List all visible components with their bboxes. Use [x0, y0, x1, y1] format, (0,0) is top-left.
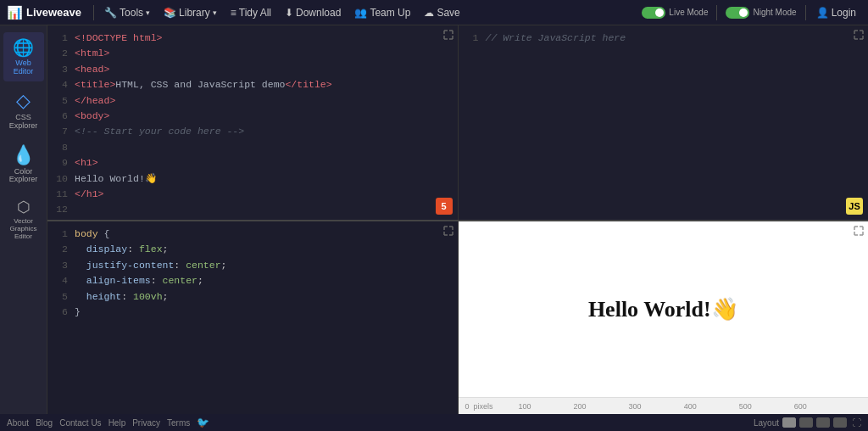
html-line-11: 11 </h1> — [47, 187, 458, 202]
contact-link[interactable]: Contact Us — [59, 418, 101, 428]
ruler-mark-0: 0 pixels — [465, 402, 493, 411]
twitter-icon: 🐦 — [197, 417, 209, 428]
html-line-8: 8 — [47, 140, 458, 155]
html-line-5: 5 </head> — [47, 93, 458, 109]
user-icon: 👤 — [816, 7, 829, 19]
logo: 📊 Liveweave — [7, 5, 81, 20]
sidebar: 🌐 WebEditor ◇ CSSExplorer 💧 ColorExplore… — [0, 25, 47, 414]
ruler-mark-300: 300 — [629, 402, 642, 411]
html-line-3: 3 <head> — [47, 62, 458, 77]
bottom-bar: About Blog Contact Us Help Privacy Terms… — [0, 414, 868, 431]
tools-menu[interactable]: 🔧 Tools ▾ — [99, 5, 155, 20]
html-line-4: 4 <title>HTML, CSS and JavaScript demo</… — [47, 77, 458, 92]
preview-expand-button[interactable] — [853, 225, 865, 239]
color-explorer-icon: 💧 — [12, 144, 35, 166]
live-mode-toggle-group: Live Mode — [642, 7, 708, 19]
preview-hello-text: Hello World!👋 — [588, 296, 738, 322]
layout-btn-4[interactable] — [833, 417, 847, 428]
html-line-13: 13 <!-- End your code here --> — [47, 218, 458, 220]
main-area: 🌐 WebEditor ◇ CSSExplorer 💧 ColorExplore… — [0, 25, 868, 414]
save-button[interactable]: ☁ Save — [419, 5, 465, 20]
fullscreen-icon[interactable]: ⛶ — [852, 417, 861, 428]
blog-link[interactable]: Blog — [36, 418, 53, 428]
nav-divider-3 — [805, 5, 806, 20]
chevron-down-icon: ▾ — [146, 8, 150, 17]
css-line-4: 4 align-items: center; — [47, 273, 458, 288]
download-button[interactable]: ⬇ Download — [280, 5, 346, 20]
about-link[interactable]: About — [7, 418, 29, 428]
ruler-mark-600: 600 — [794, 402, 807, 411]
save-icon: ☁ — [424, 7, 434, 19]
sidebar-item-web-editor[interactable]: 🌐 WebEditor — [3, 32, 44, 81]
html-line-10: 10 Hello World!👋 — [47, 171, 458, 187]
html-line-9: 9 <h1> — [47, 155, 458, 171]
html-editor-panel: 1 <!DOCTYPE html> 2 <html> 3 <head> 4 <t… — [47, 25, 459, 220]
tidy-all-button[interactable]: ≡ Tidy All — [225, 5, 276, 20]
layout-controls: Layout ⛶ — [754, 417, 861, 428]
html-badge: 5 — [436, 198, 453, 215]
team-icon: 👥 — [354, 7, 367, 19]
js-badge: JS — [846, 198, 863, 215]
night-mode-knob — [739, 8, 748, 17]
layout-label: Layout — [754, 418, 779, 428]
help-link[interactable]: Help — [108, 418, 126, 428]
live-mode-switch[interactable] — [642, 7, 665, 19]
live-mode-knob — [655, 8, 664, 17]
css-line-6: 6 } — [47, 305, 458, 320]
chevron-down-icon-2: ▾ — [213, 8, 217, 17]
top-navigation: 📊 Liveweave 🔧 Tools ▾ 📚 Library ▾ ≡ Tidy… — [0, 0, 868, 25]
js-line-1: 1 // Write JavaScript here — [459, 31, 869, 46]
night-mode-switch[interactable] — [726, 7, 749, 19]
sidebar-item-vector-graphics[interactable]: ⬡ VectorGraphicsEditor — [3, 193, 44, 245]
ruler-mark-100: 100 — [519, 402, 531, 411]
html-line-7: 7 <!-- Start your code here --> — [47, 124, 458, 139]
css-line-5: 5 height: 100vh; — [47, 289, 458, 305]
preview-content: Hello World!👋 — [459, 221, 869, 397]
night-mode-toggle-group: Night Mode — [726, 7, 796, 19]
terms-link[interactable]: Terms — [167, 418, 190, 428]
web-editor-icon: 🌐 — [13, 37, 34, 58]
team-up-button[interactable]: 👥 Team Up — [349, 5, 415, 20]
html-line-12: 12 — [47, 202, 458, 217]
nav-divider-1 — [93, 5, 94, 20]
html-line-1: 1 <!DOCTYPE html> — [47, 31, 458, 46]
preview-panel: Hello World!👋 0 pixels 100 200 300 400 5… — [459, 221, 869, 414]
css-expand-button[interactable] — [442, 225, 454, 239]
vector-graphics-icon: ⬡ — [17, 198, 31, 216]
privacy-link[interactable]: Privacy — [132, 418, 160, 428]
ruler-mark-500: 500 — [739, 402, 752, 411]
library-menu[interactable]: 📚 Library ▾ — [159, 5, 222, 20]
nav-divider-2 — [716, 5, 717, 20]
editors-area: 1 <!DOCTYPE html> 2 <html> 3 <head> 4 <t… — [47, 25, 868, 414]
download-icon: ⬇ — [285, 7, 293, 19]
tools-icon: 🔧 — [104, 7, 117, 19]
html-line-6: 6 <body> — [47, 109, 458, 124]
html-expand-button[interactable] — [442, 29, 454, 43]
preview-ruler: 0 pixels 100 200 300 400 500 600 — [459, 397, 869, 414]
ruler-mark-200: 200 — [574, 402, 587, 411]
js-code-content[interactable]: 1 // Write JavaScript here — [459, 25, 869, 220]
sidebar-item-css-explorer[interactable]: ◇ CSSExplorer — [3, 85, 44, 136]
css-line-1: 1 body { — [47, 227, 458, 242]
css-code-content[interactable]: 1 body { 2 display: flex; 3 justify-cont… — [47, 221, 458, 414]
layout-btn-2[interactable] — [799, 417, 813, 428]
html-code-content[interactable]: 1 <!DOCTYPE html> 2 <html> 3 <head> 4 <t… — [47, 25, 458, 220]
css-line-3: 3 justify-content: center; — [47, 258, 458, 273]
logo-text: Liveweave — [26, 6, 81, 19]
live-mode-label: Live Mode — [669, 8, 708, 17]
css-explorer-icon: ◇ — [16, 90, 31, 112]
tidy-icon: ≡ — [231, 7, 236, 19]
editors-top-row: 1 <!DOCTYPE html> 2 <html> 3 <head> 4 <t… — [47, 25, 868, 220]
library-icon: 📚 — [164, 7, 176, 19]
layout-btn-3[interactable] — [816, 417, 830, 428]
js-expand-button[interactable] — [853, 29, 865, 43]
css-line-2: 2 display: flex; — [47, 242, 458, 257]
layout-btn-1[interactable] — [782, 417, 796, 428]
login-button[interactable]: 👤 Login — [811, 5, 861, 20]
night-mode-label: Night Mode — [753, 8, 796, 17]
sidebar-item-color-explorer[interactable]: 💧 ColorExplorer — [3, 139, 44, 190]
css-editor-panel: 1 body { 2 display: flex; 3 justify-cont… — [47, 221, 459, 414]
editors-bottom-row: 1 body { 2 display: flex; 3 justify-cont… — [47, 220, 868, 414]
html-line-2: 2 <html> — [47, 46, 458, 61]
logo-icon: 📊 — [7, 5, 23, 20]
